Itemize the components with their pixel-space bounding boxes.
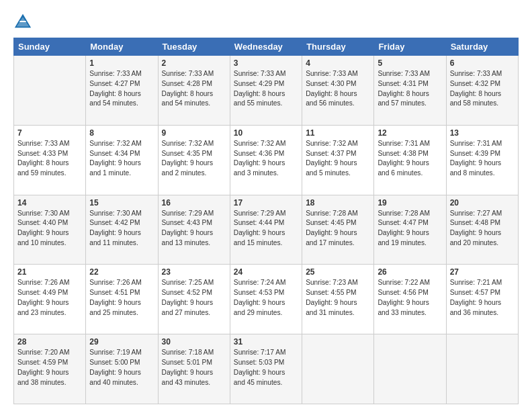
day-number: 1 xyxy=(89,58,154,68)
day-info: Sunrise: 7:23 AM Sunset: 4:55 PM Dayligh… xyxy=(306,278,370,318)
calendar-cell: 16Sunrise: 7:29 AM Sunset: 4:43 PM Dayli… xyxy=(158,195,230,265)
header-cell-friday: Friday xyxy=(374,38,446,56)
day-number: 7 xyxy=(17,128,82,138)
day-info: Sunrise: 7:33 AM Sunset: 4:28 PM Dayligh… xyxy=(162,69,226,109)
calendar-cell: 9Sunrise: 7:32 AM Sunset: 4:35 PM Daylig… xyxy=(158,125,230,195)
day-number: 17 xyxy=(234,198,298,208)
day-number: 10 xyxy=(234,128,298,138)
day-info: Sunrise: 7:32 AM Sunset: 4:35 PM Dayligh… xyxy=(162,139,226,179)
day-info: Sunrise: 7:29 AM Sunset: 4:43 PM Dayligh… xyxy=(162,209,226,248)
day-number: 9 xyxy=(162,128,226,138)
day-info: Sunrise: 7:17 AM Sunset: 5:03 PM Dayligh… xyxy=(234,348,298,387)
calendar-cell: 12Sunrise: 7:31 AM Sunset: 4:38 PM Dayli… xyxy=(374,125,446,195)
day-info: Sunrise: 7:29 AM Sunset: 4:44 PM Dayligh… xyxy=(234,209,298,248)
header xyxy=(13,12,519,31)
calendar-cell xyxy=(374,334,446,404)
header-cell-thursday: Thursday xyxy=(302,38,374,56)
calendar-cell: 1Sunrise: 7:33 AM Sunset: 4:27 PM Daylig… xyxy=(86,56,158,126)
day-number: 5 xyxy=(378,58,442,68)
day-number: 24 xyxy=(234,267,298,277)
calendar-table: SundayMondayTuesdayWednesdayThursdayFrid… xyxy=(13,38,519,404)
day-number: 23 xyxy=(162,267,226,277)
calendar-cell: 20Sunrise: 7:27 AM Sunset: 4:48 PM Dayli… xyxy=(446,195,518,265)
day-info: Sunrise: 7:28 AM Sunset: 4:45 PM Dayligh… xyxy=(306,209,370,248)
week-row-3: 21Sunrise: 7:26 AM Sunset: 4:49 PM Dayli… xyxy=(14,265,519,334)
calendar-cell: 30Sunrise: 7:18 AM Sunset: 5:01 PM Dayli… xyxy=(158,334,230,404)
day-info: Sunrise: 7:30 AM Sunset: 4:40 PM Dayligh… xyxy=(17,209,82,248)
day-number: 22 xyxy=(89,267,154,277)
calendar-cell xyxy=(302,334,374,404)
day-number: 30 xyxy=(162,337,226,347)
calendar-cell: 8Sunrise: 7:32 AM Sunset: 4:34 PM Daylig… xyxy=(86,125,158,195)
day-info: Sunrise: 7:33 AM Sunset: 4:27 PM Dayligh… xyxy=(89,69,154,109)
calendar-cell xyxy=(446,334,518,404)
day-info: Sunrise: 7:33 AM Sunset: 4:31 PM Dayligh… xyxy=(378,69,442,109)
day-number: 2 xyxy=(162,58,226,68)
calendar-cell: 21Sunrise: 7:26 AM Sunset: 4:49 PM Dayli… xyxy=(14,265,86,334)
calendar-cell: 5Sunrise: 7:33 AM Sunset: 4:31 PM Daylig… xyxy=(374,56,446,126)
header-cell-saturday: Saturday xyxy=(446,38,518,56)
day-number: 12 xyxy=(378,128,442,138)
day-number: 16 xyxy=(162,198,226,208)
calendar-cell: 18Sunrise: 7:28 AM Sunset: 4:45 PM Dayli… xyxy=(302,195,374,265)
calendar-cell: 28Sunrise: 7:20 AM Sunset: 4:59 PM Dayli… xyxy=(14,334,86,404)
day-number: 28 xyxy=(17,337,82,347)
day-number: 3 xyxy=(234,58,298,68)
day-info: Sunrise: 7:20 AM Sunset: 4:59 PM Dayligh… xyxy=(17,348,82,387)
day-number: 19 xyxy=(378,198,442,208)
day-number: 13 xyxy=(450,128,515,138)
calendar-cell: 17Sunrise: 7:29 AM Sunset: 4:44 PM Dayli… xyxy=(230,195,302,265)
calendar-cell: 19Sunrise: 7:28 AM Sunset: 4:47 PM Dayli… xyxy=(374,195,446,265)
calendar-cell: 13Sunrise: 7:31 AM Sunset: 4:39 PM Dayli… xyxy=(446,125,518,195)
calendar-cell: 3Sunrise: 7:33 AM Sunset: 4:29 PM Daylig… xyxy=(230,56,302,126)
page: SundayMondayTuesdayWednesdayThursdayFrid… xyxy=(0,0,532,411)
calendar-cell: 4Sunrise: 7:33 AM Sunset: 4:30 PM Daylig… xyxy=(302,56,374,126)
day-info: Sunrise: 7:28 AM Sunset: 4:47 PM Dayligh… xyxy=(378,209,442,248)
day-info: Sunrise: 7:32 AM Sunset: 4:37 PM Dayligh… xyxy=(306,139,370,179)
day-number: 25 xyxy=(306,267,370,277)
calendar-cell: 2Sunrise: 7:33 AM Sunset: 4:28 PM Daylig… xyxy=(158,56,230,126)
day-info: Sunrise: 7:31 AM Sunset: 4:38 PM Dayligh… xyxy=(378,139,442,179)
calendar-cell: 11Sunrise: 7:32 AM Sunset: 4:37 PM Dayli… xyxy=(302,125,374,195)
day-info: Sunrise: 7:33 AM Sunset: 4:32 PM Dayligh… xyxy=(450,69,515,109)
day-number: 8 xyxy=(89,128,154,138)
day-info: Sunrise: 7:33 AM Sunset: 4:30 PM Dayligh… xyxy=(306,69,370,109)
day-info: Sunrise: 7:21 AM Sunset: 4:57 PM Dayligh… xyxy=(450,278,515,318)
week-row-1: 7Sunrise: 7:33 AM Sunset: 4:33 PM Daylig… xyxy=(14,125,519,195)
header-row: SundayMondayTuesdayWednesdayThursdayFrid… xyxy=(14,38,519,56)
day-number: 6 xyxy=(450,58,515,68)
day-number: 29 xyxy=(89,337,154,347)
day-info: Sunrise: 7:31 AM Sunset: 4:39 PM Dayligh… xyxy=(450,139,515,179)
header-cell-sunday: Sunday xyxy=(14,38,86,56)
day-info: Sunrise: 7:30 AM Sunset: 4:42 PM Dayligh… xyxy=(89,209,154,248)
day-info: Sunrise: 7:18 AM Sunset: 5:01 PM Dayligh… xyxy=(162,348,226,387)
calendar-cell: 31Sunrise: 7:17 AM Sunset: 5:03 PM Dayli… xyxy=(230,334,302,404)
day-number: 31 xyxy=(234,337,298,347)
header-cell-tuesday: Tuesday xyxy=(158,38,230,56)
day-number: 11 xyxy=(306,128,370,138)
calendar-cell: 7Sunrise: 7:33 AM Sunset: 4:33 PM Daylig… xyxy=(14,125,86,195)
week-row-2: 14Sunrise: 7:30 AM Sunset: 4:40 PM Dayli… xyxy=(14,195,519,265)
day-info: Sunrise: 7:26 AM Sunset: 4:49 PM Dayligh… xyxy=(17,278,82,318)
day-info: Sunrise: 7:26 AM Sunset: 4:51 PM Dayligh… xyxy=(89,278,154,318)
day-info: Sunrise: 7:22 AM Sunset: 4:56 PM Dayligh… xyxy=(378,278,442,318)
calendar-cell: 15Sunrise: 7:30 AM Sunset: 4:42 PM Dayli… xyxy=(86,195,158,265)
header-cell-wednesday: Wednesday xyxy=(230,38,302,56)
day-info: Sunrise: 7:24 AM Sunset: 4:53 PM Dayligh… xyxy=(234,278,298,318)
day-info: Sunrise: 7:33 AM Sunset: 4:33 PM Dayligh… xyxy=(17,139,82,179)
calendar-cell: 14Sunrise: 7:30 AM Sunset: 4:40 PM Dayli… xyxy=(14,195,86,265)
calendar-cell: 25Sunrise: 7:23 AM Sunset: 4:55 PM Dayli… xyxy=(302,265,374,334)
day-number: 15 xyxy=(89,198,154,208)
day-number: 20 xyxy=(450,198,515,208)
day-number: 4 xyxy=(306,58,370,68)
day-info: Sunrise: 7:19 AM Sunset: 5:00 PM Dayligh… xyxy=(89,348,154,387)
day-info: Sunrise: 7:32 AM Sunset: 4:34 PM Dayligh… xyxy=(89,139,154,179)
calendar-cell: 24Sunrise: 7:24 AM Sunset: 4:53 PM Dayli… xyxy=(230,265,302,334)
day-info: Sunrise: 7:25 AM Sunset: 4:52 PM Dayligh… xyxy=(162,278,226,318)
day-number: 14 xyxy=(17,198,82,208)
day-number: 21 xyxy=(17,267,82,277)
calendar-cell xyxy=(14,56,86,126)
calendar-cell: 29Sunrise: 7:19 AM Sunset: 5:00 PM Dayli… xyxy=(86,334,158,404)
calendar-cell: 6Sunrise: 7:33 AM Sunset: 4:32 PM Daylig… xyxy=(446,56,518,126)
calendar-cell: 22Sunrise: 7:26 AM Sunset: 4:51 PM Dayli… xyxy=(86,265,158,334)
